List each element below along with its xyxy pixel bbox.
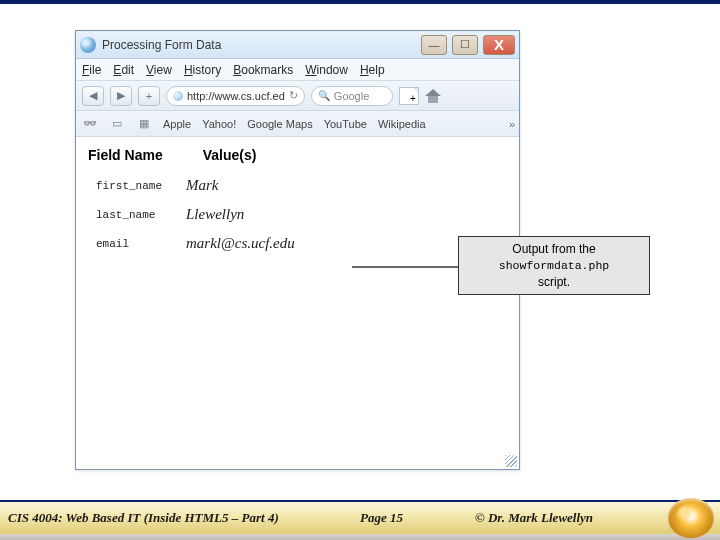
table-row: email markl@cs.ucf.edu — [88, 229, 303, 258]
footer-bar: CIS 4004: Web Based IT (Inside HTML5 – P… — [0, 502, 720, 534]
reload-icon[interactable]: ↻ — [289, 89, 298, 102]
url-text: http://www.cs.ucf.ed — [187, 90, 285, 102]
minimize-button[interactable]: — — [421, 35, 447, 55]
window-title: Processing Form Data — [102, 38, 221, 52]
menu-file[interactable]: File — [82, 63, 101, 77]
footer-page: Page 15 — [360, 510, 403, 526]
favicon-icon — [173, 91, 183, 101]
menu-window[interactable]: Window — [305, 63, 348, 77]
grid-icon[interactable]: ▦ — [136, 117, 152, 131]
footer-author: © Dr. Mark Llewellyn — [475, 510, 593, 526]
slide-top-border — [0, 0, 720, 4]
menu-bookmarks[interactable]: Bookmarks — [233, 63, 293, 77]
close-button[interactable]: X — [483, 35, 515, 55]
magnifier-icon: 🔍 — [318, 90, 330, 101]
table-row: first_name Mark — [88, 171, 303, 200]
field-name: last_name — [88, 200, 178, 229]
footer-course: CIS 4004: Web Based IT (Inside HTML5 – P… — [8, 510, 279, 526]
glasses-icon[interactable]: 👓 — [82, 117, 98, 131]
field-name: email — [88, 229, 178, 258]
title-bar: Processing Form Data — ☐ X — [76, 31, 519, 59]
callout-box: Output from the showformdata.php script. — [458, 236, 650, 295]
menu-history[interactable]: History — [184, 63, 221, 77]
bm-apple[interactable]: Apple — [163, 118, 191, 130]
overflow-chevron-icon[interactable]: » — [509, 118, 513, 130]
bm-youtube[interactable]: YouTube — [324, 118, 367, 130]
menu-edit[interactable]: Edit — [113, 63, 134, 77]
window-controls: — ☐ X — [421, 35, 515, 55]
forward-button[interactable]: ▶ — [110, 86, 132, 106]
form-data-table: first_name Mark last_name Llewellyn emai… — [88, 171, 303, 258]
table-row: last_name Llewellyn — [88, 200, 303, 229]
bookmarks-bar: 👓 ▭ ▦ Apple Yahoo! Google Maps YouTube W… — [76, 111, 519, 137]
header-field-name: Field Name — [88, 147, 163, 163]
page-content: Field Name Value(s) first_name Mark last… — [76, 137, 519, 268]
home-icon[interactable] — [425, 89, 441, 103]
header-values: Value(s) — [203, 147, 257, 163]
maximize-button[interactable]: ☐ — [452, 35, 478, 55]
callout-script: showformdata.php — [499, 259, 609, 272]
menu-bar: File Edit View History Bookmarks Window … — [76, 59, 519, 81]
browser-window: Processing Form Data — ☐ X File Edit Vie… — [75, 30, 520, 470]
nav-bar: ◀ ▶ + http://www.cs.ucf.ed ↻ 🔍 Google + — [76, 81, 519, 111]
bm-yahoo[interactable]: Yahoo! — [202, 118, 236, 130]
add-tab-button[interactable]: + — [138, 86, 160, 106]
search-placeholder: Google — [334, 90, 369, 102]
field-name: first_name — [88, 171, 178, 200]
url-field[interactable]: http://www.cs.ucf.ed ↻ — [166, 86, 305, 106]
field-value: markl@cs.ucf.edu — [178, 229, 303, 258]
field-value: Mark — [178, 171, 303, 200]
book-icon[interactable]: ▭ — [109, 117, 125, 131]
callout-line3: script. — [538, 275, 570, 289]
menu-help[interactable]: Help — [360, 63, 385, 77]
footer-shadow — [0, 534, 720, 540]
menu-view[interactable]: View — [146, 63, 172, 77]
resize-grip-icon[interactable] — [505, 455, 517, 467]
globe-icon — [80, 37, 96, 53]
bm-wikipedia[interactable]: Wikipedia — [378, 118, 426, 130]
ucf-logo-icon — [668, 498, 714, 538]
callout-connector — [352, 266, 458, 268]
output-headers: Field Name Value(s) — [88, 147, 507, 163]
callout-line1: Output from the — [512, 242, 595, 256]
new-page-button[interactable]: + — [399, 87, 419, 105]
bm-gmaps[interactable]: Google Maps — [247, 118, 312, 130]
back-button[interactable]: ◀ — [82, 86, 104, 106]
field-value: Llewellyn — [178, 200, 303, 229]
search-field[interactable]: 🔍 Google — [311, 86, 393, 106]
slide-footer: CIS 4004: Web Based IT (Inside HTML5 – P… — [0, 500, 720, 540]
